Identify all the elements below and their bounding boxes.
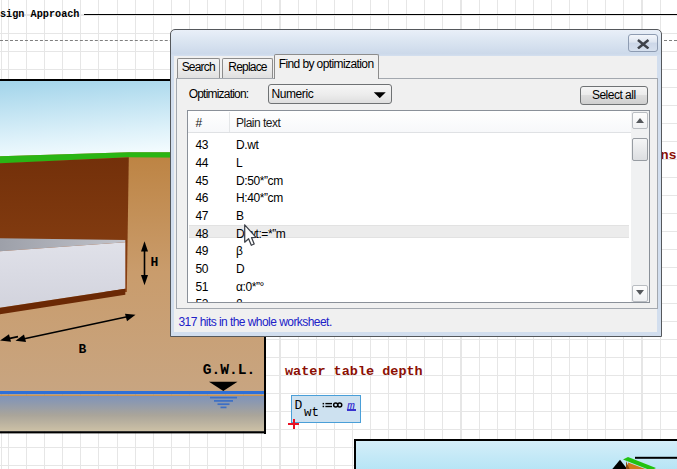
svg-text:B: B: [79, 342, 87, 357]
svg-text:G.W.L.: G.W.L.: [203, 362, 256, 378]
svg-text:H: H: [151, 255, 159, 270]
